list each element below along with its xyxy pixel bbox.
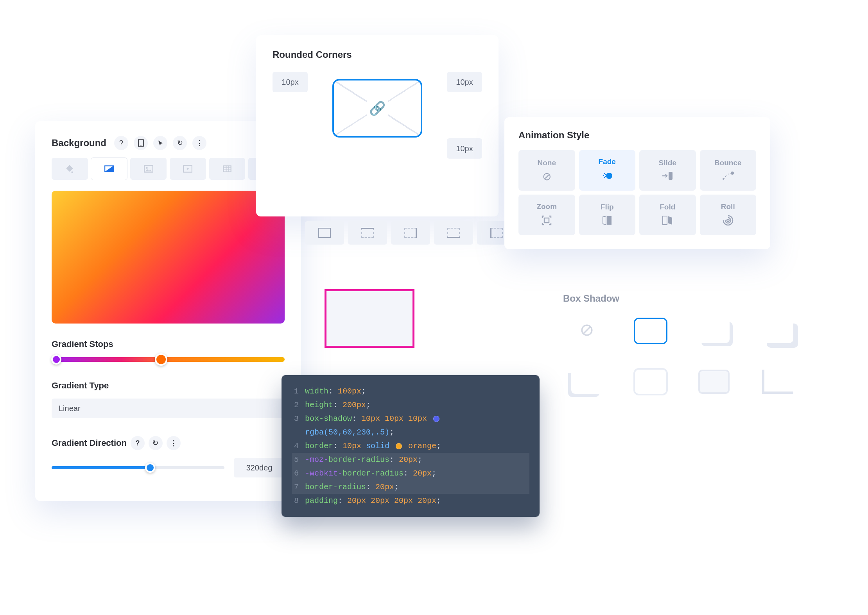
gradient-direction-row: 320deg bbox=[52, 458, 285, 477]
bg-tab-gradient[interactable] bbox=[91, 158, 127, 180]
animation-tile-fold[interactable]: Fold bbox=[639, 195, 696, 235]
gradient-stops-slider[interactable] bbox=[52, 357, 285, 362]
box-shadow-panel: Box Shadow bbox=[563, 293, 802, 399]
animation-tile-roll[interactable]: Roll bbox=[700, 195, 757, 235]
border-tab-right[interactable] bbox=[391, 221, 430, 245]
help-icon[interactable]: ? bbox=[131, 436, 145, 450]
svg-rect-18 bbox=[607, 216, 612, 225]
reset-icon[interactable]: ↻ bbox=[149, 436, 163, 450]
corner-top-left-value[interactable]: 10px bbox=[273, 72, 308, 92]
animation-style-grid: None ⊘ Fade Slide Bounce Zoom bbox=[518, 150, 756, 235]
menu-icon[interactable]: ⋮ bbox=[167, 436, 181, 450]
svg-rect-14 bbox=[669, 172, 673, 180]
animation-label: Flip bbox=[601, 203, 614, 211]
shadow-tile-3[interactable] bbox=[762, 319, 793, 343]
corner-bottom-right-value[interactable]: 10px bbox=[447, 138, 482, 159]
gradient-preview bbox=[52, 191, 285, 324]
animation-label: None bbox=[538, 159, 556, 167]
zoom-icon bbox=[541, 215, 552, 228]
border-tab-bottom[interactable] bbox=[434, 221, 473, 245]
hover-icon[interactable] bbox=[153, 136, 167, 150]
bg-tab-fill[interactable] bbox=[52, 158, 88, 180]
animation-tile-bounce[interactable]: Bounce bbox=[700, 150, 757, 191]
border-tab-top[interactable] bbox=[348, 221, 387, 245]
animation-style-title: Animation Style bbox=[518, 130, 756, 141]
corner-link-box[interactable]: 🔗 bbox=[332, 79, 422, 138]
animation-label: Slide bbox=[659, 159, 676, 167]
gradient-type-select[interactable] bbox=[52, 399, 285, 418]
box-shadow-title: Box Shadow bbox=[563, 293, 802, 304]
shadow-tile-6[interactable] bbox=[698, 370, 730, 394]
animation-style-panel: Animation Style None ⊘ Fade Slide Bounce… bbox=[504, 117, 770, 249]
gradient-direction-handle[interactable] bbox=[145, 463, 155, 473]
rounded-corners-panel: Rounded Corners 10px 10px 10px 🔗 bbox=[256, 35, 499, 216]
tablet-icon[interactable] bbox=[134, 136, 148, 150]
animation-tile-fade[interactable]: Fade bbox=[579, 150, 636, 191]
corner-top-right-value[interactable]: 10px bbox=[447, 72, 482, 92]
shadow-tile-2[interactable] bbox=[698, 319, 730, 343]
background-title: Background bbox=[52, 138, 106, 148]
svg-point-1 bbox=[140, 145, 141, 146]
gradient-direction-value[interactable]: 320deg bbox=[234, 458, 285, 477]
gradient-type-label: Gradient Type bbox=[52, 381, 285, 391]
animation-label: Bounce bbox=[714, 159, 742, 167]
animation-label: Roll bbox=[721, 202, 735, 211]
background-header: Background ? ↻ ⋮ bbox=[52, 136, 285, 150]
animation-label: Zoom bbox=[536, 202, 557, 211]
animation-tile-slide[interactable]: Slide bbox=[639, 150, 696, 191]
flip-icon bbox=[602, 215, 612, 227]
shadow-tile-7[interactable] bbox=[762, 370, 793, 394]
gradient-direction-label-text: Gradient Direction bbox=[52, 438, 127, 448]
animation-tile-none[interactable]: None ⊘ bbox=[518, 150, 575, 191]
svg-point-12 bbox=[605, 174, 606, 175]
bg-tab-video[interactable] bbox=[170, 158, 206, 180]
gradient-direction-slider[interactable] bbox=[52, 466, 224, 469]
svg-rect-17 bbox=[544, 218, 549, 223]
rounded-corners-grid: 10px 10px 10px 🔗 bbox=[273, 72, 482, 201]
gradient-stop-handle-2[interactable] bbox=[155, 353, 167, 366]
animation-tile-flip[interactable]: Flip bbox=[579, 195, 636, 235]
code-line: 2 height: 200px; bbox=[292, 398, 529, 412]
gradient-stops-label: Gradient Stops bbox=[52, 339, 285, 349]
css-code-panel[interactable]: 1 width: 100px; 2 height: 200px; 3 box-s… bbox=[282, 375, 540, 517]
animation-label: Fold bbox=[660, 203, 675, 211]
svg-point-13 bbox=[605, 176, 606, 177]
bg-tab-pattern[interactable] bbox=[209, 158, 246, 180]
shadow-tile-1[interactable] bbox=[635, 319, 666, 343]
help-icon[interactable]: ? bbox=[114, 136, 128, 150]
svg-point-9 bbox=[604, 173, 605, 174]
link-icon: 🔗 bbox=[367, 98, 388, 118]
svg-point-11 bbox=[604, 177, 605, 178]
shadow-tile-none[interactable] bbox=[580, 324, 594, 338]
code-line: 8 padding: 20px 20px 20px 20px; bbox=[292, 494, 529, 508]
bg-tab-image[interactable] bbox=[130, 158, 167, 180]
bounce-icon bbox=[722, 171, 734, 182]
none-icon: ⊘ bbox=[542, 171, 551, 182]
rounded-corners-title: Rounded Corners bbox=[273, 49, 482, 60]
code-line: 4 border: 10px solid orange; bbox=[292, 439, 529, 453]
svg-rect-19 bbox=[663, 216, 667, 225]
shadow-tile-4[interactable] bbox=[571, 370, 603, 394]
svg-point-15 bbox=[731, 172, 734, 175]
menu-icon[interactable]: ⋮ bbox=[192, 136, 206, 150]
code-line: 5 -moz-border-radius: 20px; bbox=[292, 453, 529, 467]
code-line: 3 box-shadow: 10px 10px 10px bbox=[292, 412, 529, 425]
shadow-tile-5[interactable] bbox=[635, 370, 666, 394]
svg-point-4 bbox=[146, 167, 147, 169]
reset-icon[interactable]: ↻ bbox=[173, 136, 187, 150]
svg-line-21 bbox=[584, 327, 590, 334]
code-line: 6 -webkit-border-radius: 20px; bbox=[292, 467, 529, 480]
svg-point-8 bbox=[606, 173, 612, 179]
fold-icon bbox=[662, 215, 673, 227]
code-line: 1 width: 100px; bbox=[292, 384, 529, 398]
box-shadow-grid bbox=[563, 313, 802, 399]
border-preview-box bbox=[325, 289, 414, 348]
border-position-tabs bbox=[305, 221, 516, 245]
gradient-stop-handle-1[interactable] bbox=[51, 354, 61, 365]
gradient-direction-label: Gradient Direction ? ↻ ⋮ bbox=[52, 436, 285, 450]
svg-point-10 bbox=[603, 175, 604, 176]
background-tabs bbox=[52, 158, 285, 180]
animation-tile-zoom[interactable]: Zoom bbox=[518, 195, 575, 235]
code-line: rgba(50,60,230,.5); bbox=[292, 425, 529, 439]
border-tab-all[interactable] bbox=[305, 221, 344, 245]
